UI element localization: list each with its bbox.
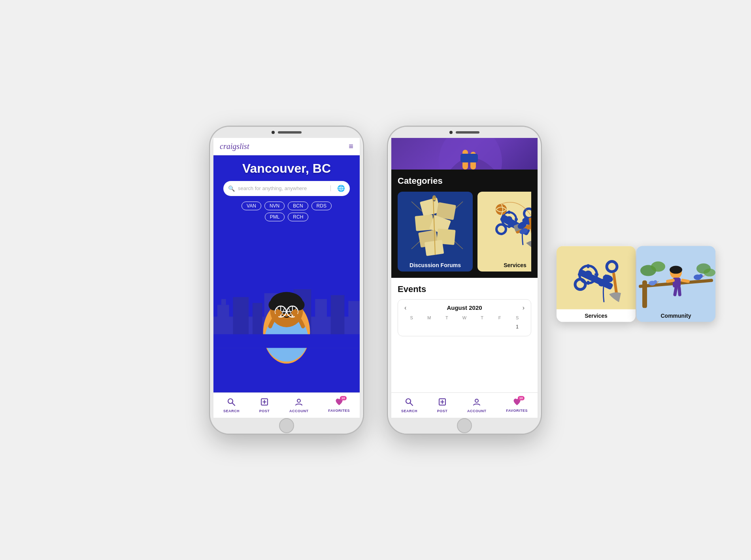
cal-day-t1: T xyxy=(438,315,456,320)
svg-point-105 xyxy=(699,274,703,278)
home-button-2[interactable] xyxy=(457,418,472,433)
svg-point-111 xyxy=(651,262,665,272)
svg-point-103 xyxy=(670,266,682,274)
forums-card-label: Discussion Forums xyxy=(398,259,473,272)
cat-card-services[interactable]: Services xyxy=(477,192,531,272)
phone1-bottom-nav: SEARCH POST xyxy=(213,392,360,418)
services-card-image xyxy=(477,192,531,259)
speaker-bar-2 xyxy=(456,131,479,134)
category-cards: Discussion Forums xyxy=(398,192,531,272)
chip-pml[interactable]: PML xyxy=(265,213,285,221)
categories-section: Categories xyxy=(391,170,538,278)
cal-cell-empty xyxy=(456,322,474,331)
nav2-post[interactable]: POST xyxy=(437,398,448,413)
nav-search[interactable]: SEARCH xyxy=(223,398,240,413)
svg-rect-3 xyxy=(233,297,249,336)
svg-point-79 xyxy=(475,399,478,402)
cal-day-m: M xyxy=(421,315,438,320)
svg-point-73 xyxy=(496,204,507,215)
account-nav-label: ACCOUNT xyxy=(289,409,309,413)
search2-nav-icon xyxy=(405,398,413,408)
phone-1-top-bar xyxy=(210,127,363,138)
search-nav-label: SEARCH xyxy=(223,409,240,413)
scene: craigslist ≡ Vancouver, BC 🔍 search for … xyxy=(209,126,542,434)
search-icon: 🔍 xyxy=(228,185,235,192)
search2-nav-label: SEARCH xyxy=(401,409,417,413)
phone-1: craigslist ≡ Vancouver, BC 🔍 search for … xyxy=(209,126,364,434)
phone2-content: Categories xyxy=(391,138,538,418)
svg-point-108 xyxy=(654,280,657,284)
chip-rch[interactable]: RCH xyxy=(288,213,308,221)
svg-rect-10 xyxy=(348,301,360,336)
float-card-community[interactable]: Community xyxy=(636,246,715,322)
svg-rect-43 xyxy=(460,154,478,162)
svg-rect-66 xyxy=(508,225,510,228)
chip-van[interactable]: VAN xyxy=(242,202,261,210)
nav2-search[interactable]: SEARCH xyxy=(401,398,417,413)
hamburger-icon[interactable]: ≡ xyxy=(349,142,353,151)
svg-rect-86 xyxy=(594,273,598,276)
svg-rect-53 xyxy=(425,239,444,256)
svg-rect-83 xyxy=(587,264,589,268)
search-bar[interactable]: 🔍 search for anything, anywhere 🌐 xyxy=(223,181,350,196)
categories-title: Categories xyxy=(398,176,531,186)
events-section: Events ‹ August 2020 › S M T xyxy=(391,278,538,392)
top-overflow-illustration xyxy=(391,138,538,170)
svg-rect-2 xyxy=(221,299,226,305)
phone-2-top-bar xyxy=(388,127,541,138)
svg-point-64 xyxy=(506,216,512,222)
account-nav-icon xyxy=(294,398,303,408)
cal-day-f: F xyxy=(491,315,509,320)
phone2-bottom-nav: SEARCH POST xyxy=(391,392,538,418)
nav2-account[interactable]: ACCOUNT xyxy=(467,398,487,413)
post-nav-icon xyxy=(260,398,269,408)
favorites-badge-container: 10 xyxy=(335,398,343,408)
cal-cell-empty xyxy=(403,322,421,331)
calendar-header: ‹ August 2020 › xyxy=(403,304,526,311)
svg-rect-9 xyxy=(331,295,345,336)
favorites-nav-label: FAVORITES xyxy=(328,409,350,413)
chip-bcn[interactable]: BCN xyxy=(288,202,308,210)
favorites2-nav-label: FAVORITES xyxy=(506,409,528,413)
post2-nav-label: POST xyxy=(437,409,448,413)
speaker-bar xyxy=(278,131,302,134)
favorites2-badge: 10 xyxy=(518,396,525,400)
svg-point-31 xyxy=(275,309,281,315)
calendar-grid: 1 xyxy=(403,322,526,331)
cal-prev-arrow[interactable]: ‹ xyxy=(403,304,408,311)
floating-cards-container: Services xyxy=(560,246,715,322)
cal-days-header: S M T W T F S xyxy=(403,315,526,320)
phone1-hero: Vancouver, BC 🔍 search for anything, any… xyxy=(213,155,360,392)
svg-rect-84 xyxy=(587,281,589,285)
chip-rds[interactable]: RDS xyxy=(311,202,332,210)
home-button-1[interactable] xyxy=(279,418,294,433)
phone-1-screen: craigslist ≡ Vancouver, BC 🔍 search for … xyxy=(213,138,360,418)
cal-day-w: W xyxy=(456,315,474,320)
svg-rect-8 xyxy=(315,299,327,336)
cal-next-arrow[interactable]: › xyxy=(521,304,526,311)
nav-post[interactable]: POST xyxy=(259,398,270,413)
account2-nav-label: ACCOUNT xyxy=(467,409,487,413)
post-nav-label: POST xyxy=(259,409,270,413)
globe-icon: 🌐 xyxy=(337,185,345,192)
chip-nvn[interactable]: NVN xyxy=(264,202,285,210)
svg-point-32 xyxy=(292,309,298,315)
cal-cell-empty xyxy=(438,322,456,331)
nav-account[interactable]: ACCOUNT xyxy=(289,398,309,413)
float-card-services[interactable]: Services xyxy=(557,246,636,322)
camera-dot-2 xyxy=(449,131,453,134)
events-title: Events xyxy=(398,284,531,294)
cal-cell-empty xyxy=(473,322,491,331)
phone-1-bottom-bar xyxy=(210,418,363,434)
nav2-favorites[interactable]: 10 FAVORITES xyxy=(506,398,528,413)
nav-favorites[interactable]: 10 FAVORITES xyxy=(328,398,350,413)
cat-card-forums[interactable]: Discussion Forums xyxy=(398,192,473,272)
post2-nav-icon xyxy=(438,398,447,408)
forums-card-image xyxy=(398,192,473,259)
cal-day-s2: S xyxy=(508,315,526,320)
svg-rect-67 xyxy=(500,218,504,221)
float-services-svg xyxy=(557,247,636,308)
cal-day-1[interactable]: 1 xyxy=(508,322,526,331)
account2-nav-icon xyxy=(472,398,481,408)
float-services-label: Services xyxy=(557,309,636,322)
